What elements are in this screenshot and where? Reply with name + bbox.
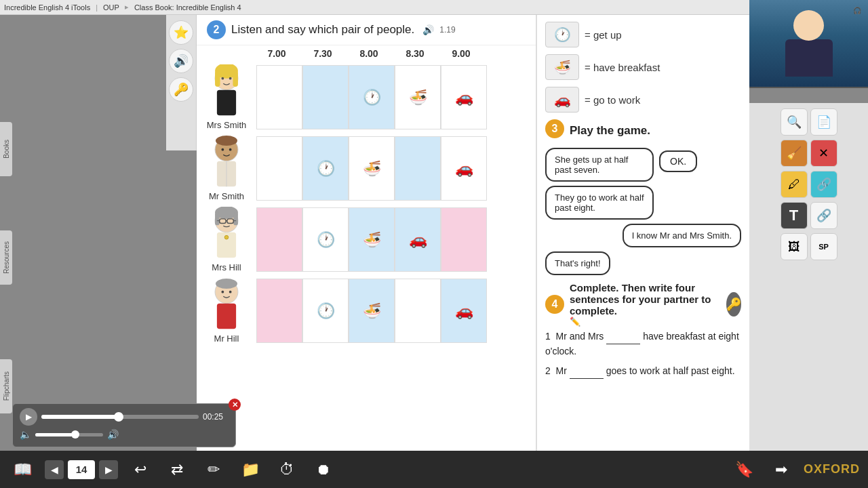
section4-body: 1 Mr and Mrs have breakfast at eight o'c… — [545, 329, 741, 379]
track-number: 1.19 — [439, 25, 455, 35]
cell-mrhill-700 — [256, 279, 302, 343]
time-700: 7.00 — [254, 45, 300, 62]
cell-mrhill-730: 🕐 — [302, 279, 349, 343]
svg-point-27 — [229, 291, 232, 293]
close-player-button[interactable]: ✕ — [229, 399, 241, 411]
work-icon: 🚗 — [545, 87, 579, 113]
bubble-go-to-work: They go to work at half past eight. — [545, 186, 654, 220]
section4-header: 4 Complete. Then write four sentences fo… — [545, 282, 741, 327]
cell-mrsmith-730: 🕐 — [302, 136, 349, 201]
section4-number: 4 — [545, 295, 564, 314]
icon-mrssmith-800: 🕐 — [363, 89, 381, 106]
bubble-row-4: That's right! — [545, 251, 741, 275]
right-toolbar: 🔍 📄 🧹 ✕ 🖊 🔗 T 🔗 🖼 SP — [749, 103, 868, 451]
play-button[interactable]: ▶ — [20, 408, 37, 426]
svg-rect-2 — [215, 70, 220, 87]
document-button[interactable]: 📄 — [810, 108, 837, 136]
cell-mrshill-900 — [441, 207, 487, 272]
volume-knob[interactable] — [71, 430, 79, 439]
toolbar-row-2: 🧹 ✕ — [781, 140, 837, 167]
svg-rect-16 — [233, 212, 238, 225]
mrs-hill-name: Mrs Hill — [212, 262, 241, 272]
legend-work: 🚗 = go to work — [545, 87, 741, 113]
section2-number: 2 — [207, 20, 226, 39]
bubble-thats-right: That's right! — [545, 251, 610, 275]
bubble-know-smith: I know Mr and Mrs Smith. — [623, 224, 741, 247]
volume-up-icon[interactable]: 🔊 — [107, 429, 119, 440]
next-page-button[interactable]: ▶ — [99, 460, 118, 479]
progress-track[interactable] — [41, 415, 199, 419]
breadcrumb2: Class Book: Incredible English 4 — [134, 3, 241, 12]
breakfast-text: = have breakfast — [585, 62, 660, 73]
mrs-smith-name: Mrs Smith — [207, 120, 247, 130]
section3-title: Play the game. — [570, 124, 650, 138]
cell-mrssmith-700 — [256, 65, 302, 129]
key-button[interactable]: 🔑 — [726, 292, 741, 317]
getup-text: = get up — [585, 29, 622, 41]
arrow-right-button[interactable]: ➡ — [767, 455, 795, 484]
mr-hill-avatar: Mr Hill — [197, 275, 256, 346]
icon-mrhill-800: 🍜 — [363, 302, 381, 320]
cell-mrhill-800: 🍜 — [349, 279, 395, 343]
cell-mrssmith-830: 🍜 — [395, 65, 441, 129]
icon-mrshill-830: 🚗 — [409, 231, 427, 249]
close-tool-button[interactable]: ✕ — [810, 140, 837, 167]
highlight-button[interactable]: 🖊 — [781, 171, 808, 198]
getup-icon: 🕐 — [545, 22, 579, 47]
svg-point-9 — [221, 148, 224, 151]
page-navigation: ◀ 14 ▶ — [45, 460, 118, 479]
audio-icon[interactable]: 🔊 — [422, 24, 434, 35]
bubble-row-3: I know Mr and Mrs Smith. — [545, 224, 741, 247]
bottom-bar: 📖 ◀ 14 ▶ ↩ ⇄ ✏ 📁 ⏱ ⏺ 🔖 ➡ OXFORD — [0, 451, 868, 488]
svg-point-26 — [221, 291, 224, 293]
cell-mrshill-700 — [256, 207, 302, 272]
mr-hill-name: Mr Hill — [214, 333, 239, 344]
section2-instruction: Listen and say which pair of people. — [231, 23, 414, 37]
pen-button[interactable]: ✏ — [199, 455, 228, 484]
mrs-smith-avatar: Mrs Smith — [197, 62, 256, 133]
bookmark-button[interactable]: 🔖 — [730, 455, 759, 484]
timer-button[interactable]: ⏱ — [273, 455, 301, 484]
volume-controls: 🔈 🔊 — [20, 429, 229, 440]
zoom-in-button[interactable]: 🔍 — [781, 108, 808, 136]
text-tool-button[interactable]: T — [781, 202, 808, 229]
icon-mrssmith-830: 🍜 — [409, 89, 427, 106]
chain-link-button[interactable]: 🔗 — [810, 202, 837, 229]
folder-button[interactable]: 📁 — [236, 455, 264, 484]
volume-icon[interactable]: 🔈 — [20, 429, 31, 440]
flipcharts-tab[interactable]: Flipcharts — [0, 359, 12, 413]
cell-mrshill-830: 🚗 — [395, 207, 441, 272]
cell-mrshill-800: 🍜 — [349, 207, 395, 272]
record-button[interactable]: ⏺ — [309, 455, 338, 484]
bubble-row-2: They go to work at half past eight. — [545, 186, 741, 220]
time-900: 9.00 — [438, 45, 484, 62]
spell-check-button[interactable]: SP — [810, 233, 837, 260]
cell-mrsmith-900: 🚗 — [441, 136, 487, 201]
svg-point-8 — [216, 136, 237, 146]
section4-item2: 2 Mr goes to work at half past eight. — [545, 364, 741, 379]
bubble-row-1: She gets up at half past seven. OK. — [545, 148, 741, 182]
section4-item1: 1 Mr and Mrs have breakfast at eight o'c… — [545, 329, 741, 359]
volume-track[interactable] — [35, 433, 103, 436]
back-button[interactable]: ↩ — [126, 455, 155, 484]
key-tool-button[interactable]: 🔑 — [169, 77, 193, 102]
toolbar-row-4: T 🔗 — [781, 202, 837, 229]
svg-point-25 — [216, 279, 237, 289]
progress-knob[interactable] — [114, 412, 123, 422]
image-button[interactable]: 🖼 — [781, 233, 808, 260]
books-tab[interactable]: Books — [0, 122, 12, 176]
star-tool-button[interactable]: ⭐ — [169, 20, 193, 45]
home-button[interactable]: 📖 — [8, 455, 37, 484]
audio-tool-button[interactable]: 🔊 — [169, 49, 193, 73]
section3-number: 3 — [545, 119, 564, 138]
eraser-button[interactable]: 🧹 — [781, 140, 808, 167]
toolbar-row-3: 🖊 🔗 — [781, 171, 837, 198]
sync-button[interactable]: ⇄ — [163, 455, 191, 484]
prev-page-button[interactable]: ◀ — [45, 460, 64, 479]
resources-tab[interactable]: Resources — [0, 230, 12, 285]
legend-getup: 🕐 = get up — [545, 22, 741, 47]
svg-point-5 — [229, 77, 232, 80]
link-button[interactable]: 🔗 — [810, 171, 837, 198]
cell-mrsmith-700 — [256, 136, 302, 201]
mr-smith-avatar: Mr Smith — [197, 133, 256, 204]
